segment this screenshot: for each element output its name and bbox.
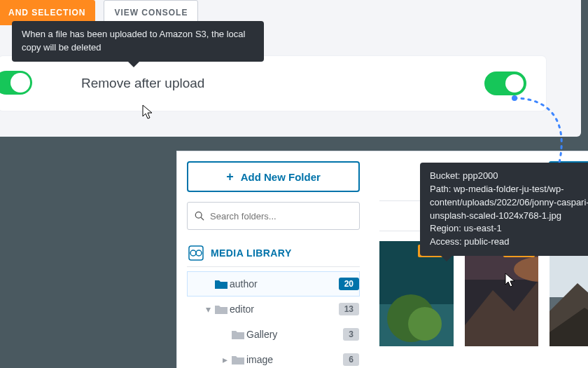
svg-point-1 [195,212,202,218]
svg-point-4 [190,250,196,256]
folder-item-image[interactable]: ▸ image 6 [187,347,360,368]
folder-name: Gallery [246,329,343,340]
info-bucket: Bucket: ppp2000 [430,170,588,183]
svg-point-5 [196,250,202,256]
setting-remove-after-upload: Remove after upload [0,56,546,111]
info-access: Access: public-read [430,236,588,249]
folder-sidebar: + Add New Folder MEDIA LIBRARY author 20… [177,151,370,368]
tooltip-file-info: Bucket: ppp2000 Path: wp-media-folder-ju… [420,163,588,256]
tooltip-remove-after-upload: When a file has been uploaded to Amazon … [12,21,264,62]
library-icon [188,245,204,261]
folder-icon [214,304,230,315]
thumbnail-grid: aws3 aws3 aws3 [379,241,588,346]
folder-tree: author 20 ▾ editor 13 Gallery 3 ▸ image … [187,271,360,368]
count-badge: 20 [339,278,359,290]
folder-item-editor[interactable]: ▾ editor 13 [187,297,360,322]
folder-item-author[interactable]: author 20 [187,271,360,297]
library-header[interactable]: MEDIA LIBRARY [187,240,360,267]
media-thumbnail[interactable]: aws3 [465,241,539,346]
count-badge: 13 [339,303,359,315]
cursor-icon [139,104,154,122]
library-title: MEDIA LIBRARY [211,247,292,259]
toggle-switch-left[interactable] [0,71,32,95]
folder-icon [231,329,246,340]
search-folders-field[interactable] [187,202,360,230]
plus-icon: + [226,170,234,184]
chevron-right-icon[interactable]: ▸ [218,354,231,365]
search-icon [195,211,204,221]
folder-icon [214,278,230,289]
add-new-folder-button[interactable]: + Add New Folder [187,161,360,192]
media-thumbnail[interactable]: aws3 [550,241,588,346]
folder-name: author [230,278,339,289]
add-folder-label: Add New Folder [241,171,321,183]
info-region: Region: us-east-1 [430,222,588,236]
svg-point-0 [512,95,517,101]
folder-item-gallery[interactable]: Gallery 3 [187,322,360,347]
cursor-icon [501,272,517,290]
svg-line-2 [201,217,204,220]
info-path: Path: wp-media-folder-ju-test/wp-content… [430,183,588,223]
svg-point-9 [408,307,442,341]
folder-name: editor [230,304,339,315]
chevron-down-icon[interactable]: ▾ [202,304,214,315]
search-input[interactable] [210,211,352,222]
count-badge: 6 [343,353,359,366]
count-badge: 3 [343,328,359,341]
setting-label: Remove after upload [81,76,204,91]
thumb-image [550,241,588,346]
folder-icon [231,354,246,365]
folder-name: image [246,354,343,365]
